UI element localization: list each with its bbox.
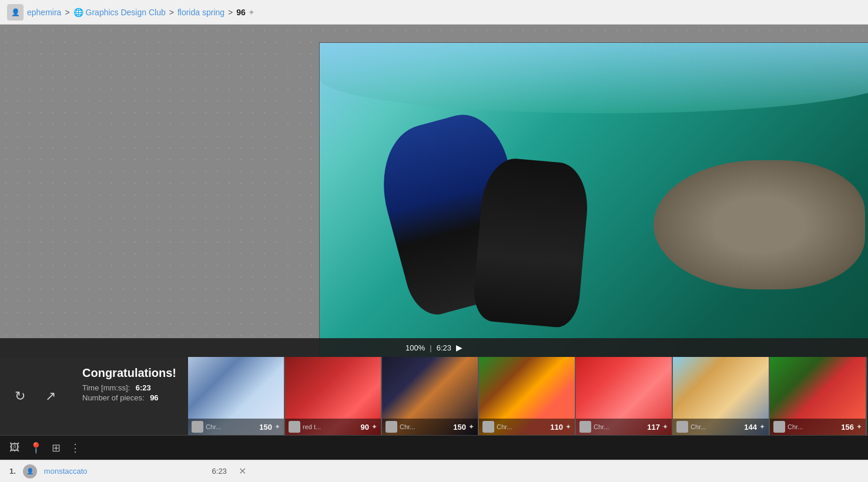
- rank-avatar: 👤: [23, 464, 37, 478]
- pieces-value: 96: [150, 393, 158, 402]
- thumb-puzzle-icon-7: ✦: [856, 423, 862, 431]
- underwater-scene: [320, 43, 869, 362]
- thumb-count-7: 156: [841, 423, 854, 432]
- manatee: [653, 160, 865, 289]
- thumbnail-item-6[interactable]: Chr...144✦: [673, 357, 770, 435]
- close-leaderboard-button[interactable]: ✕: [239, 466, 246, 477]
- thumb-avatar-2: [289, 421, 300, 433]
- time-value: 6:23: [136, 383, 151, 392]
- breadcrumb-sep-3: >: [228, 8, 233, 17]
- breadcrumb-user[interactable]: ephemira: [27, 8, 61, 17]
- thumbnail-item-2[interactable]: red t...90✦: [285, 357, 382, 435]
- thumb-count-1: 150: [259, 423, 272, 432]
- play-button[interactable]: ▶: [456, 343, 463, 352]
- thumbnail-strip: Chr...150✦red t...90✦Chr...150✦Chr...110…: [188, 357, 868, 435]
- breadcrumb-bar: 👤 ephemira > 🌐 Graphics Design Club > fl…: [0, 0, 868, 25]
- time-label: Time [mm:ss]: 6:23: [82, 383, 176, 392]
- grid-icon[interactable]: ⊞: [52, 441, 61, 454]
- thumb-puzzle-icon-2: ✦: [371, 423, 377, 431]
- zoom-separator: |: [430, 343, 431, 352]
- thumb-label-4: Chr...: [497, 423, 548, 430]
- thumb-avatar-4: [482, 421, 494, 433]
- pieces-label: Number of pieces: 96: [82, 393, 176, 402]
- left-controls: ↻ ↗: [0, 357, 71, 435]
- thumb-avatar-5: [579, 421, 591, 433]
- breadcrumb-sep-1: >: [65, 8, 69, 17]
- thumb-label-7: Chr...: [787, 423, 839, 430]
- thumbnail-item-4[interactable]: Chr...110✦: [479, 357, 576, 435]
- rank-time: 6:23: [212, 467, 227, 476]
- thumb-count-2: 90: [361, 423, 369, 432]
- thumb-label-3: Chr...: [400, 423, 451, 430]
- congrats-panel: Congratulations! Time [mm:ss]: 6:23 Numb…: [71, 357, 188, 435]
- thumb-count-3: 150: [453, 423, 466, 432]
- image-icon[interactable]: 🖼: [9, 441, 20, 454]
- globe-icon: 🌐: [73, 8, 83, 17]
- thumbnail-item-5[interactable]: Chr...117✦: [576, 357, 673, 435]
- thumb-puzzle-icon-1: ✦: [274, 423, 280, 431]
- thumb-avatar-7: [773, 421, 785, 433]
- more-options-icon[interactable]: ⋮: [70, 441, 81, 454]
- breadcrumb-pieces[interactable]: 96: [236, 8, 246, 17]
- thumb-count-4: 110: [550, 423, 563, 432]
- breadcrumb-club[interactable]: Graphics Design Club: [86, 8, 166, 17]
- thumb-puzzle-icon-5: ✦: [662, 423, 668, 431]
- restart-button[interactable]: ↻: [9, 386, 31, 407]
- thumb-count-5: 117: [647, 423, 660, 432]
- leaderboard-row: 1. 👤 monstaccato 6:23 ✕: [0, 460, 868, 482]
- zoom-level: 100%: [405, 343, 425, 352]
- thumb-puzzle-icon-4: ✦: [565, 423, 571, 431]
- thumbnail-item-3[interactable]: Chr...150✦: [382, 357, 479, 435]
- puzzle-star-icon: ✦: [248, 8, 255, 17]
- thumb-count-6: 144: [744, 423, 757, 432]
- thumbnail-item-1[interactable]: Chr...150✦: [188, 357, 285, 435]
- rank-username[interactable]: monstaccato: [44, 467, 88, 476]
- thumb-puzzle-icon-6: ✦: [759, 423, 765, 431]
- diver-2: [471, 156, 591, 329]
- puzzle-canvas: 100% | 6:23 ▶ ↻ ↗ Congratulations! Time …: [0, 25, 868, 482]
- water-surface: [320, 43, 869, 113]
- zoom-bar: 100% | 6:23 ▶: [0, 338, 868, 357]
- breadcrumb-puzzle[interactable]: florida spring: [177, 8, 224, 17]
- thumb-label-5: Chr...: [594, 423, 645, 430]
- toolbar-row: 🖼 📍 ⊞ ⋮: [0, 435, 868, 460]
- elapsed-time: 6:23: [437, 343, 451, 352]
- thumbnail-item-7[interactable]: Chr...156✦: [770, 357, 867, 435]
- rank-number: 1.: [9, 467, 16, 476]
- thumb-avatar-1: [192, 421, 203, 433]
- thumb-label-2: red t...: [303, 423, 358, 430]
- user-avatar: 👤: [7, 4, 24, 21]
- thumb-avatar-6: [676, 421, 688, 433]
- congrats-title: Congratulations!: [82, 366, 176, 380]
- puzzle-image: [319, 42, 869, 362]
- thumb-avatar-3: [386, 421, 397, 433]
- congrats-row: ↻ ↗ Congratulations! Time [mm:ss]: 6:23 …: [0, 357, 868, 435]
- thumb-label-6: Chr...: [691, 423, 742, 430]
- share-button[interactable]: ↗: [40, 386, 61, 407]
- thumb-label-1: Chr...: [206, 423, 257, 430]
- bottom-panel: ↻ ↗ Congratulations! Time [mm:ss]: 6:23 …: [0, 357, 868, 460]
- thumb-puzzle-icon-3: ✦: [468, 423, 474, 431]
- breadcrumb-sep-2: >: [169, 8, 174, 17]
- location-icon[interactable]: 📍: [29, 441, 42, 454]
